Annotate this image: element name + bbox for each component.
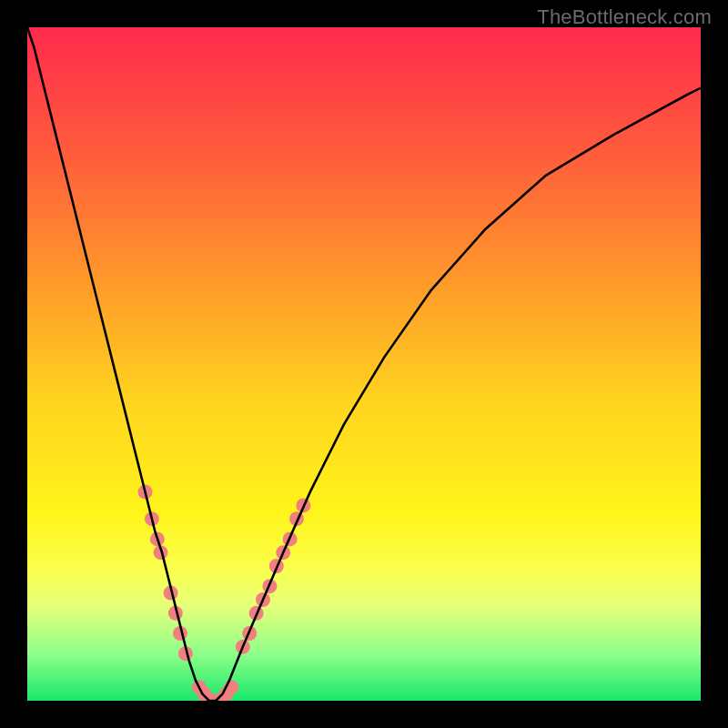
chart-frame: TheBottleneck.com (0, 0, 728, 728)
watermark-text: TheBottleneck.com (537, 5, 712, 29)
gradient-rect (27, 27, 701, 701)
plot-area (27, 27, 701, 701)
plot-svg (27, 27, 701, 701)
